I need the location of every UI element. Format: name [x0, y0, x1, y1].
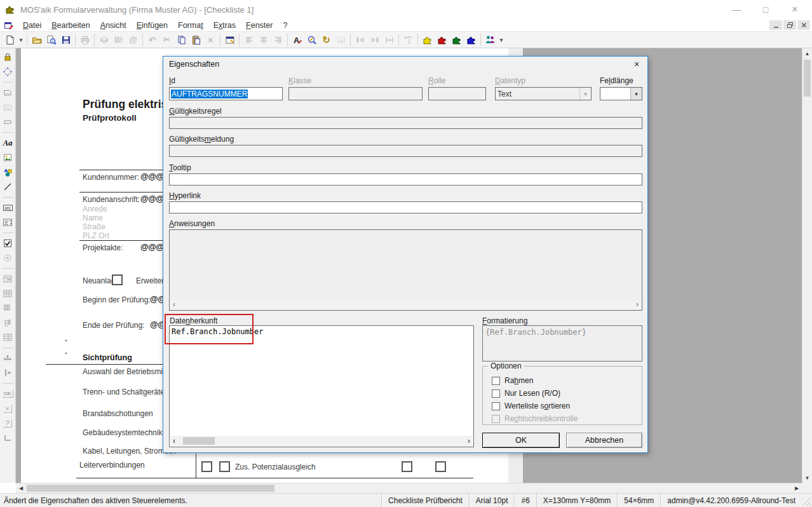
- users-dropdown[interactable]: ▾: [497, 32, 505, 47]
- doc-checkbox[interactable]: [219, 461, 230, 472]
- undo-icon: ↶: [149, 35, 156, 45]
- doc-kundennummer-field[interactable]: @@@: [140, 172, 164, 181]
- maximize-button[interactable]: □: [751, 0, 780, 19]
- table-grid-icon: [3, 288, 13, 299]
- hyperlink-input[interactable]: [169, 201, 642, 213]
- font-button[interactable]: A: [290, 32, 304, 47]
- datenherkunft-item[interactable]: Ref.Branch.Jobnumber: [172, 327, 264, 336]
- scroll-up-icon[interactable]: ▲: [802, 48, 812, 58]
- open-button[interactable]: [29, 32, 44, 47]
- menu-extras[interactable]: Extras: [208, 20, 241, 30]
- feldlaenge-dropdown-icon[interactable]: ▾: [630, 88, 642, 100]
- text-field-tool[interactable]: ab|: [2, 202, 14, 213]
- doc-kundenanschrift-field[interactable]: @@@: [140, 194, 164, 203]
- close-button[interactable]: ×: [780, 0, 809, 19]
- scroll-thumb[interactable]: [183, 437, 215, 445]
- save-button[interactable]: [58, 32, 73, 47]
- menu-format[interactable]: Format: [173, 20, 208, 30]
- properties-button[interactable]: [222, 32, 237, 47]
- scroll-right-icon[interactable]: ›: [468, 436, 470, 445]
- print-preview-button[interactable]: [44, 32, 58, 47]
- nur-lesen-checkbox[interactable]: [492, 389, 500, 398]
- selection-frame-tool[interactable]: [2, 66, 14, 78]
- rahmen-checkbox[interactable]: [492, 377, 500, 385]
- menu-einfuegen[interactable]: Einfügen: [132, 20, 173, 30]
- mdi-restore-button[interactable]: [783, 20, 796, 30]
- scroll-right-icon[interactable]: ▶: [792, 483, 802, 493]
- label-tool[interactable]: [2, 87, 14, 98]
- form-design-canvas[interactable]: Prüfung elektris Prüfprotokoll Kundennum…: [16, 48, 802, 483]
- image-tool[interactable]: [2, 152, 14, 163]
- hscroll-thumb[interactable]: [27, 485, 274, 492]
- minimize-button[interactable]: —: [722, 0, 751, 19]
- tooltip-input[interactable]: [169, 173, 642, 186]
- scroll-down-icon[interactable]: ▼: [802, 473, 812, 483]
- puzzle-yellow-button[interactable]: [420, 32, 435, 47]
- line-tool[interactable]: [2, 181, 14, 193]
- puzzle-blue-button[interactable]: [464, 32, 478, 47]
- shapes-tool[interactable]: [2, 166, 14, 178]
- mdi-minimize-button[interactable]: [769, 20, 782, 30]
- anweisungen-label: Anweisungen: [169, 219, 215, 228]
- field-frame-icon: xy: [336, 35, 346, 45]
- rahmen-option[interactable]: Rahmen: [492, 376, 533, 385]
- formatierung-label: Formatierung: [482, 316, 527, 325]
- script-edit-button[interactable]: [304, 32, 319, 47]
- menu-bearbeiten[interactable]: Bearbeiten: [46, 20, 95, 30]
- menu-ansicht[interactable]: Ansicht: [95, 20, 132, 30]
- datenherk-scrollbar[interactable]: ‹ ›: [170, 436, 473, 446]
- scroll-left-icon[interactable]: ◀: [16, 483, 26, 493]
- id-input[interactable]: AUFTRAGSNUMMER: [169, 87, 283, 100]
- checkbox-tool[interactable]: [2, 238, 14, 249]
- scroll-left-icon[interactable]: ‹: [173, 300, 175, 309]
- werteliste-checkbox[interactable]: [492, 402, 500, 410]
- doc-checkbox[interactable]: [435, 461, 446, 472]
- field-list-icon: [3, 303, 13, 313]
- doc-neuanlage-checkbox[interactable]: [112, 274, 123, 285]
- abbrechen-button[interactable]: Abbrechen: [566, 433, 642, 448]
- rectangle-tool[interactable]: [2, 116, 14, 128]
- doc-projektakte-field[interactable]: @@@: [140, 242, 164, 252]
- ok-button[interactable]: OK: [482, 433, 560, 448]
- anweisungen-scrollbar[interactable]: ‹ ›: [170, 299, 641, 309]
- new-document-dropdown[interactable]: ▾: [17, 32, 25, 47]
- menu-fenster[interactable]: Fenster: [241, 20, 278, 30]
- datenherkunft-listbox[interactable]: Ref.Branch.Jobnumber ‹ ›: [169, 325, 474, 447]
- form-view-tool: [2, 273, 14, 285]
- vertical-scrollbar[interactable]: ▲ ▼: [802, 48, 812, 483]
- paste-button[interactable]: [189, 32, 203, 47]
- users-button[interactable]: [483, 32, 497, 47]
- menu-datei[interactable]: Datei: [18, 20, 46, 30]
- horizontal-scrollbar[interactable]: ◀ ▶: [16, 483, 802, 493]
- title-bar: MOS'aik Formularverwaltung (Firma Muster…: [0, 0, 812, 19]
- nur-lesen-option[interactable]: Nur Lesen (R/O): [492, 389, 560, 398]
- puzzle-green-button[interactable]: [449, 32, 464, 47]
- vscroll-thumb[interactable]: [804, 60, 811, 97]
- scroll-left-icon[interactable]: ‹: [173, 436, 175, 445]
- svg-text:xy: xy: [339, 37, 344, 43]
- feldlaenge-select[interactable]: ▾: [600, 87, 642, 100]
- refresh-button[interactable]: ↻: [319, 32, 334, 47]
- font-aa-tool[interactable]: Aa: [2, 137, 14, 149]
- anweisungen-textarea[interactable]: ‹ ›: [169, 229, 642, 311]
- mdi-close-button[interactable]: [797, 20, 810, 30]
- doc-checkbox[interactable]: [201, 461, 212, 472]
- doc-checkbox[interactable]: [402, 461, 412, 472]
- doc-potenzialausgleich-label: Zus. Potenzialausgleich: [235, 463, 316, 471]
- combo-box-tool[interactable]: [2, 217, 14, 228]
- lock-tool[interactable]: [2, 51, 14, 63]
- new-document-button[interactable]: [3, 32, 17, 47]
- scroll-right-icon[interactable]: ›: [636, 300, 639, 309]
- copy-button[interactable]: [174, 32, 189, 47]
- resize-grip[interactable]: [802, 496, 811, 506]
- menu-hilfe[interactable]: ?: [278, 20, 292, 30]
- werteliste-label: Werteliste sortieren: [504, 402, 570, 410]
- werteliste-option[interactable]: Werteliste sortieren: [492, 402, 570, 410]
- doc-plzort-placeholder: PLZ Ort: [83, 231, 109, 240]
- dialog-title-bar[interactable]: Eigenschaften ×: [163, 57, 647, 72]
- datenherkunft-label: Datenherkunft: [170, 316, 217, 325]
- font-icon: A: [292, 35, 302, 45]
- dialog-close-icon[interactable]: ×: [627, 57, 646, 71]
- puzzle-red-button[interactable]: [435, 32, 449, 47]
- doc-checklist-item: Gebäudesystemtechnik: [83, 428, 162, 437]
